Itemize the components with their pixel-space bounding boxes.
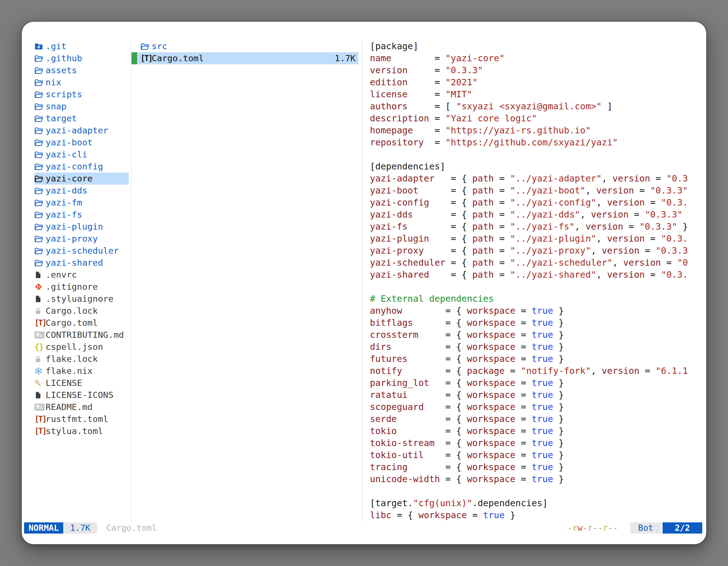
lock-icon xyxy=(34,355,46,363)
file-row-stylua.toml[interactable]: [T]stylua.toml xyxy=(34,425,129,437)
dir-row-yazi-proxy[interactable]: yazi-proxy xyxy=(34,233,129,245)
file-row-.envrc[interactable]: .envrc xyxy=(34,269,129,281)
dir-row-snap[interactable]: snap xyxy=(34,100,129,112)
folder-open-icon xyxy=(34,175,46,183)
json-icon: {} xyxy=(34,341,46,353)
folder-open-icon xyxy=(34,55,46,62)
file-label: README.md xyxy=(46,401,93,413)
file-label: CONTRIBUTING.md xyxy=(46,329,124,341)
file-label: yazi-proxy xyxy=(46,233,98,245)
file-row-flake.lock[interactable]: flake.lock xyxy=(34,353,129,365)
file-label: yazi-adapter xyxy=(46,125,108,137)
preview-line: edition = "2021" xyxy=(370,76,706,88)
folder-open-icon xyxy=(34,247,46,255)
dir-row-src[interactable]: src xyxy=(131,40,358,52)
folder-open-icon xyxy=(34,163,46,171)
scroll-position-badge: Bot xyxy=(630,522,661,534)
file-label: .gitignore xyxy=(46,281,98,293)
preview-line: [package] xyxy=(370,40,706,52)
file-label: Cargo.toml xyxy=(152,52,204,64)
file-label: flake.nix xyxy=(46,365,93,377)
folder-open-icon xyxy=(34,139,46,147)
dir-row-scripts[interactable]: scripts xyxy=(34,88,129,100)
preview-line: yazi-plugin = { path = "../yazi-plugin",… xyxy=(370,233,706,245)
preview-line: yazi-proxy = { path = "../yazi-proxy", v… xyxy=(370,245,706,257)
dir-row-yazi-scheduler[interactable]: yazi-scheduler xyxy=(34,245,129,257)
file-row-cargo.toml[interactable]: [T]Cargo.toml xyxy=(34,317,129,329)
file-label: assets xyxy=(46,64,77,76)
folder-open-icon xyxy=(34,79,46,86)
selection-marker xyxy=(131,52,137,64)
file-label: LICENSE xyxy=(46,377,82,389)
file-label: scripts xyxy=(46,88,82,100)
preview-line: [dependencies] xyxy=(370,161,706,173)
file-label: cspell.json xyxy=(46,341,103,353)
dir-row-yazi-plugin[interactable]: yazi-plugin xyxy=(34,221,129,233)
preview-line: # External dependencies xyxy=(370,293,706,305)
preview-line: dirs = { workspace = true } xyxy=(370,341,706,353)
preview-line: unicode-width = { workspace = true } xyxy=(370,473,706,485)
preview-line: serde = { workspace = true } xyxy=(370,413,706,425)
status-file-name: Cargo.toml xyxy=(106,522,157,534)
preview-line: scopeguard = { workspace = true } xyxy=(370,401,706,413)
key-icon xyxy=(34,379,46,387)
mode-indicator: NORMAL xyxy=(24,522,63,534)
dir-row-yazi-fm[interactable]: yazi-fm xyxy=(34,197,129,209)
toml-icon: [T] xyxy=(34,425,46,437)
file-label: yazi-boot xyxy=(46,137,93,149)
dir-row-yazi-adapter[interactable]: yazi-adapter xyxy=(34,125,129,137)
file-label: yazi-fm xyxy=(46,197,82,209)
preview-line: version = "0.3.3" xyxy=(370,64,706,76)
preview-line: repository = "https://github.com/sxyazi/… xyxy=(370,137,706,149)
git-folder-icon xyxy=(34,43,46,50)
dir-row-target[interactable]: target xyxy=(34,112,129,125)
file-label: Cargo.lock xyxy=(46,305,98,317)
file-row-cargo.lock[interactable]: Cargo.lock xyxy=(34,305,129,317)
dir-row-nix[interactable]: nix xyxy=(34,76,129,88)
file-label: yazi-shared xyxy=(46,257,103,269)
nix-icon xyxy=(34,367,46,375)
file-icon xyxy=(34,271,46,279)
file-row-rustfmt.toml[interactable]: [T]rustfmt.toml xyxy=(34,413,129,425)
file-row-license-icons[interactable]: LICENSE-ICONS xyxy=(34,389,129,401)
dir-row-.git[interactable]: .git xyxy=(34,40,129,52)
file-row-readme.md[interactable]: M↓README.md xyxy=(34,401,129,413)
status-bar: NORMAL 1.7K Cargo.toml -rw-r--r-- Bot 2/… xyxy=(24,522,702,534)
dir-row-yazi-dds[interactable]: yazi-dds xyxy=(34,185,129,197)
file-row-license[interactable]: LICENSE xyxy=(34,377,129,389)
dir-row-yazi-core[interactable]: yazi-core xyxy=(34,173,129,185)
lock-icon xyxy=(34,307,46,315)
file-row-contributing.md[interactable]: M↓CONTRIBUTING.md xyxy=(34,329,129,341)
folder-open-icon xyxy=(34,259,46,267)
file-size-badge: 1.7K xyxy=(63,522,97,534)
preview-line: ratatui = { workspace = true } xyxy=(370,389,706,401)
toml-icon: [T] xyxy=(34,413,46,425)
preview-line: yazi-boot = { path = "../yazi-boot", ver… xyxy=(370,185,706,197)
markdown-icon: M↓ xyxy=(34,403,46,411)
folder-open-icon xyxy=(34,187,46,195)
file-row-.gitignore[interactable]: .gitignore xyxy=(34,281,129,293)
dir-row-assets[interactable]: assets xyxy=(34,64,129,76)
file-row-flake.nix[interactable]: flake.nix xyxy=(34,365,129,377)
dir-row-yazi-fs[interactable]: yazi-fs xyxy=(34,209,129,221)
dir-row-yazi-config[interactable]: yazi-config xyxy=(34,161,129,173)
file-label: yazi-core xyxy=(46,173,93,185)
file-icon xyxy=(34,295,46,303)
folder-open-icon xyxy=(34,91,46,98)
preview-line: [target."cfg(unix)".dependencies] xyxy=(370,497,706,509)
dir-row-yazi-cli[interactable]: yazi-cli xyxy=(34,149,129,161)
toml-icon: [T] xyxy=(34,317,46,329)
dir-row-.github[interactable]: .github xyxy=(34,52,129,64)
file-row-.styluaignore[interactable]: .styluaignore xyxy=(34,293,129,305)
dir-row-yazi-shared[interactable]: yazi-shared xyxy=(34,257,129,269)
preview-line: homepage = "https://yazi-rs.github.io" xyxy=(370,125,706,137)
dir-row-yazi-boot[interactable]: yazi-boot xyxy=(34,137,129,149)
folder-open-icon xyxy=(34,199,46,207)
folder-open-icon xyxy=(34,151,46,159)
preview-line: tokio-util = { workspace = true } xyxy=(370,449,706,461)
file-label: src xyxy=(152,40,167,52)
file-row-cspell.json[interactable]: {}cspell.json xyxy=(34,341,129,353)
tab-indicator: 2/2 xyxy=(663,522,702,534)
folder-open-icon xyxy=(34,127,46,135)
file-row-cargo.toml[interactable]: [T]Cargo.toml1.7K xyxy=(131,52,358,64)
